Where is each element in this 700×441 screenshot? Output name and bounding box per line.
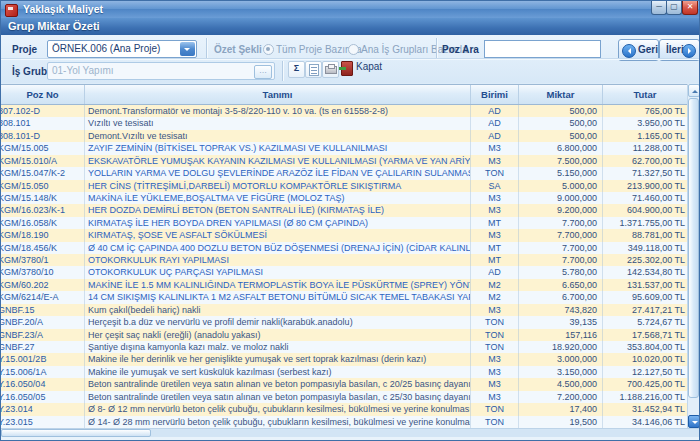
table-row[interactable]: Y.23.014Ø 8- Ø 12 mm nervürlü beton çeli…	[1, 403, 689, 415]
cell-birimi: TON	[471, 316, 519, 328]
table-row[interactable]: KGM/15.050HER CİNS (TİTREŞİMLİ,DARBELİ) …	[1, 180, 689, 192]
cell-birimi: AD	[471, 105, 519, 117]
cell-tanimi: Ø 14- Ø 28 mm nervürlü beton çelik çubuğ…	[85, 416, 471, 428]
cell-tanimi: KIRMATAŞ, ŞOSE VE ASFALT SÖKÜLMESİ	[85, 229, 471, 241]
cell-tutar: 5.724,67 TL	[603, 316, 689, 328]
table-row[interactable]: KGM/15.047/K-2YOLLARIN YARMA VE DOLGU ŞE…	[1, 167, 689, 179]
print-button[interactable]	[322, 61, 339, 78]
close-button[interactable]: ✕	[682, 1, 698, 15]
table-row[interactable]: 807.102-DDemont.Transformatör ve montajı…	[1, 105, 689, 117]
cell-poz-no: Y.23.015	[1, 416, 85, 428]
section-title: Grup Miktar Özeti	[8, 20, 100, 32]
scrollbar-thumb[interactable]	[688, 98, 699, 398]
table-row[interactable]: KGM/16.058/KKIRMATAŞ İLE HER BOYDA DREN …	[1, 217, 689, 229]
vertical-scrollbar[interactable]	[687, 84, 699, 428]
app-window: Yaklaşık Maliyet ─ ▢ ✕ Grup Miktar Özeti…	[0, 0, 700, 441]
is-grubu-select[interactable]: 01-Yol Yapımı …	[47, 62, 275, 80]
maximize-button[interactable]: ▢	[666, 1, 682, 15]
printer-icon	[325, 66, 337, 74]
cell-tanimi: Demont.Vızıltı ve tesisatı	[85, 130, 471, 142]
app-icon	[5, 4, 18, 17]
cell-tutar: 10.020,00 TL	[603, 353, 689, 365]
sigma-icon: Σ	[289, 62, 304, 75]
grid-body: 807.102-DDemont.Transformatör ve montajı…	[1, 105, 689, 428]
cell-poz-no: GNBF.27	[1, 341, 85, 353]
hscrollbar-thumb[interactable]	[1, 429, 151, 437]
table-row[interactable]: KGM/15.010/AEKSKAVATÖRLE YUMUŞAK KAYANIN…	[1, 155, 689, 167]
table-row[interactable]: Y.15.006/1AMakine ile yumuşak ve sert kü…	[1, 366, 689, 378]
table-row[interactable]: KGM/15.148/KMAKİNA İLE YÜKLEME,BOŞALTMA …	[1, 192, 689, 204]
table-row[interactable]: KGM/3780/10OTOKORKULUK UÇ PARÇASI YAPILM…	[1, 266, 689, 278]
cell-birimi: TON	[471, 416, 519, 428]
cell-tutar: 604.900,00 TL	[603, 204, 689, 216]
column-header-birimi[interactable]: Birimi	[471, 85, 519, 104]
exit-door-icon	[341, 61, 353, 76]
table-row[interactable]: Y.16.050/05Beton santralinde üretilen ve…	[1, 391, 689, 403]
cell-birimi: M2	[471, 279, 519, 291]
cell-miktar: 6.700,00	[519, 291, 603, 303]
table-row[interactable]: GNBF.15Kum çakıl(bedeli hariç) nakliM374…	[1, 304, 689, 316]
table-row[interactable]: Y.23.015Ø 14- Ø 28 mm nervürlü beton çel…	[1, 416, 689, 428]
cell-birimi: MT	[471, 242, 519, 254]
table-row[interactable]: 808.101Vızıltı ve tesisatıAD500,003.950,…	[1, 117, 689, 129]
column-header-poz-no[interactable]: Poz No	[1, 85, 85, 104]
cell-tutar: 3.950,00 TL	[603, 117, 689, 129]
table-row[interactable]: 808.101-DDemont.Vızıltı ve tesisatıAD500…	[1, 130, 689, 142]
table-row[interactable]: KGM/15.005ZAYIF ZEMİNİN (BİTKİSEL TOPRAK…	[1, 142, 689, 154]
table-row[interactable]: GNBF.23/AHer çeşit saç nakli (ereğli) (a…	[1, 329, 689, 341]
scroll-up-icon[interactable]	[688, 84, 700, 97]
cell-poz-no: KGM/16.058/K	[1, 217, 85, 229]
cell-birimi: M3	[471, 304, 519, 316]
table-row[interactable]: KGM/18.190KIRMATAŞ, ŞOSE VE ASFALT SÖKÜL…	[1, 229, 689, 241]
radio-tum-proje[interactable]	[263, 44, 274, 55]
cell-tutar: 34.146,06 TL	[603, 416, 689, 428]
column-header-miktar[interactable]: Miktar	[519, 85, 603, 104]
cell-miktar: 7.500,000	[519, 155, 603, 167]
cell-miktar: 19,500	[519, 416, 603, 428]
proje-select[interactable]: ÖRNEK.006 (Ana Proje)	[47, 40, 197, 58]
column-header-tutar[interactable]: Tutar	[603, 85, 687, 104]
cell-poz-no: KGM/3780/1	[1, 254, 85, 266]
cell-tanimi: OTOKORKULUK RAYI YAPILMASI	[85, 254, 471, 266]
table-row[interactable]: KGM/3780/1OTOKORKULUK RAYI YAPILMASIMT7.…	[1, 254, 689, 266]
cell-miktar: 7.700,00	[519, 254, 603, 266]
proje-label: Proje	[12, 44, 37, 55]
kapat-button[interactable]: Kapat	[341, 60, 397, 77]
cell-birimi: M3	[471, 142, 519, 154]
table-row[interactable]: GNBF.27Şantiye dışına kamyonla kazı malz…	[1, 341, 689, 353]
cell-miktar: 6.800,000	[519, 142, 603, 154]
scroll-down-icon[interactable]	[688, 415, 700, 428]
report-button[interactable]	[305, 61, 322, 78]
cell-tanimi: Beton santralinde üretilen veya satın al…	[85, 378, 471, 390]
table-row[interactable]: KGM/6214/E-A14 CM SIKIŞMIŞ KALINLIKTA 1 …	[1, 291, 689, 303]
cell-miktar: 3.000,000	[519, 353, 603, 365]
cell-tutar: 213.900,00 TL	[603, 180, 689, 192]
poz-ara-input[interactable]	[484, 40, 601, 58]
cell-tanimi: Ø 40 CM İÇ ÇAPINDA 400 DOZLU BETON BÜZ D…	[85, 242, 471, 254]
table-row[interactable]: KGM/18.456/KØ 40 CM İÇ ÇAPINDA 400 DOZLU…	[1, 242, 689, 254]
cell-poz-no: GNBF.23/A	[1, 329, 85, 341]
cell-tanimi: YOLLARIN YARMA VE DOLGU ŞEVLERİNDE ARAZÖ…	[85, 167, 471, 179]
chevron-down-icon[interactable]	[180, 42, 195, 56]
radio-ana-is-gruplari[interactable]	[348, 44, 359, 55]
ellipsis-button[interactable]: …	[254, 65, 272, 79]
table-row[interactable]: KGM/60.202MAKİNE İLE 1.5 MM KALINLIĞINDA…	[1, 279, 689, 291]
grid-header: Poz No Tanımı Birimi Miktar Tutar	[1, 84, 689, 105]
geri-label: Geri	[638, 44, 658, 55]
table-row[interactable]: KGM/16.023/K-1HER DOZDA DEMİRLİ BETON (B…	[1, 204, 689, 216]
cell-tanimi: MAKİNA İLE YÜKLEME,BOŞALTMA VE FİGÜRE (M…	[85, 192, 471, 204]
column-header-tanimi[interactable]: Tanımı	[85, 85, 471, 104]
cell-tutar: 31.452,94 TL	[603, 403, 689, 415]
table-row[interactable]: GNBF.20/AHerçeşit b.a düz ve nervürlü ve…	[1, 316, 689, 328]
cell-birimi: M3	[471, 353, 519, 365]
cell-birimi: TON	[471, 403, 519, 415]
horizontal-scrollbar[interactable]	[1, 428, 700, 437]
cell-birimi: TON	[471, 167, 519, 179]
sum-export-button[interactable]: Σ	[288, 61, 305, 78]
table-row[interactable]: Y.15.001/2BMakine ile her derinlik ve he…	[1, 353, 689, 365]
cell-birimi: M3	[471, 366, 519, 378]
cell-birimi: M2	[471, 291, 519, 303]
cell-miktar: 500,00	[519, 130, 603, 142]
minimize-button[interactable]: ─	[651, 1, 667, 15]
table-row[interactable]: Y.16.050/04Beton santralinde üretilen ve…	[1, 378, 689, 390]
